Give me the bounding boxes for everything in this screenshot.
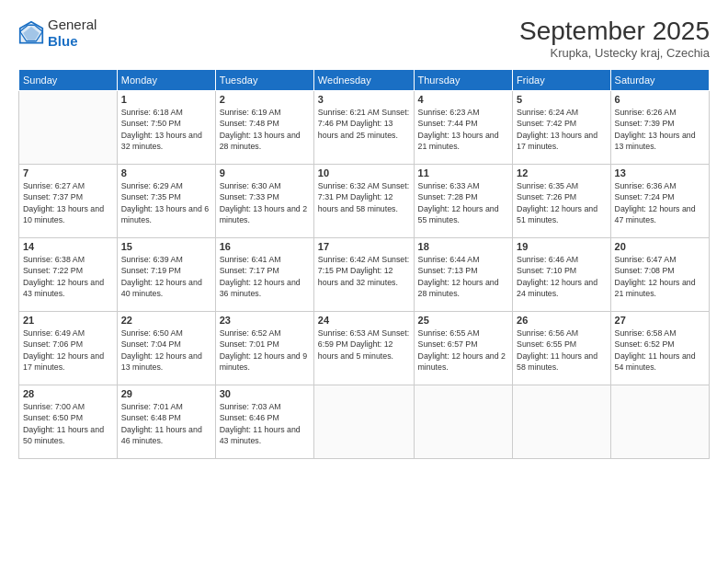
month-title: September 2025 xyxy=(519,17,710,46)
day-number: 25 xyxy=(418,315,509,326)
day-number: 7 xyxy=(23,167,113,178)
table-cell xyxy=(610,385,709,459)
day-number: 4 xyxy=(418,94,509,105)
week-row-4: 21Sunrise: 6:49 AM Sunset: 7:06 PM Dayli… xyxy=(19,312,710,385)
day-info: Sunrise: 6:36 AM Sunset: 7:24 PM Dayligh… xyxy=(615,180,705,225)
logo: General Blue xyxy=(18,17,97,50)
day-number: 17 xyxy=(318,241,410,252)
table-cell xyxy=(313,385,414,459)
day-info: Sunrise: 6:24 AM Sunset: 7:42 PM Dayligh… xyxy=(517,107,606,152)
day-info: Sunrise: 6:42 AM Sunset: 7:15 PM Dayligh… xyxy=(318,254,410,288)
table-cell: 21Sunrise: 6:49 AM Sunset: 7:06 PM Dayli… xyxy=(19,312,118,385)
table-cell: 3Sunrise: 6:21 AM Sunset: 7:46 PM Daylig… xyxy=(313,91,414,165)
table-cell: 26Sunrise: 6:56 AM Sunset: 6:55 PM Dayli… xyxy=(513,312,610,385)
day-number: 12 xyxy=(517,167,606,178)
day-number: 14 xyxy=(23,241,113,252)
day-number: 13 xyxy=(615,167,705,178)
day-number: 24 xyxy=(318,315,410,326)
day-info: Sunrise: 6:53 AM Sunset: 6:59 PM Dayligh… xyxy=(318,327,410,362)
header-thursday: Thursday xyxy=(414,70,513,91)
title-block: September 2025 Krupka, Ustecky kraj, Cze… xyxy=(519,17,710,60)
table-cell: 16Sunrise: 6:41 AM Sunset: 7:17 PM Dayli… xyxy=(215,238,313,312)
day-number: 8 xyxy=(121,167,211,178)
table-cell: 4Sunrise: 6:23 AM Sunset: 7:44 PM Daylig… xyxy=(414,91,513,165)
page: General Blue September 2025 Krupka, Uste… xyxy=(0,0,728,563)
header: General Blue September 2025 Krupka, Uste… xyxy=(18,17,710,60)
day-info: Sunrise: 6:21 AM Sunset: 7:46 PM Dayligh… xyxy=(318,107,410,141)
day-info: Sunrise: 6:47 AM Sunset: 7:08 PM Dayligh… xyxy=(615,254,705,299)
header-tuesday: Tuesday xyxy=(215,70,313,91)
day-number: 10 xyxy=(318,167,410,178)
table-cell: 17Sunrise: 6:42 AM Sunset: 7:15 PM Dayli… xyxy=(313,238,414,312)
day-info: Sunrise: 6:35 AM Sunset: 7:26 PM Dayligh… xyxy=(517,180,606,225)
day-info: Sunrise: 6:26 AM Sunset: 7:39 PM Dayligh… xyxy=(615,107,705,152)
day-number: 6 xyxy=(615,94,705,105)
day-info: Sunrise: 6:44 AM Sunset: 7:13 PM Dayligh… xyxy=(418,254,509,299)
day-number: 30 xyxy=(220,388,310,399)
logo-text: General Blue xyxy=(48,17,97,50)
calendar: Sunday Monday Tuesday Wednesday Thursday… xyxy=(18,69,710,459)
table-cell: 29Sunrise: 7:01 AM Sunset: 6:48 PM Dayli… xyxy=(117,385,215,459)
table-cell xyxy=(19,91,118,165)
day-number: 15 xyxy=(121,241,211,252)
day-number: 18 xyxy=(418,241,509,252)
day-info: Sunrise: 6:41 AM Sunset: 7:17 PM Dayligh… xyxy=(220,254,310,299)
day-info: Sunrise: 6:33 AM Sunset: 7:28 PM Dayligh… xyxy=(418,180,509,225)
day-info: Sunrise: 6:46 AM Sunset: 7:10 PM Dayligh… xyxy=(517,254,606,299)
header-monday: Monday xyxy=(117,70,215,91)
table-cell: 12Sunrise: 6:35 AM Sunset: 7:26 PM Dayli… xyxy=(513,165,610,238)
week-row-3: 14Sunrise: 6:38 AM Sunset: 7:22 PM Dayli… xyxy=(19,238,710,312)
day-number: 1 xyxy=(121,94,211,105)
week-row-1: 1Sunrise: 6:18 AM Sunset: 7:50 PM Daylig… xyxy=(19,91,710,165)
table-cell: 8Sunrise: 6:29 AM Sunset: 7:35 PM Daylig… xyxy=(117,165,215,238)
day-info: Sunrise: 6:30 AM Sunset: 7:33 PM Dayligh… xyxy=(220,180,310,225)
day-number: 26 xyxy=(517,315,606,326)
table-cell: 7Sunrise: 6:27 AM Sunset: 7:37 PM Daylig… xyxy=(19,165,118,238)
day-info: Sunrise: 7:01 AM Sunset: 6:48 PM Dayligh… xyxy=(121,401,211,446)
day-info: Sunrise: 6:56 AM Sunset: 6:55 PM Dayligh… xyxy=(517,327,606,373)
day-info: Sunrise: 6:18 AM Sunset: 7:50 PM Dayligh… xyxy=(121,107,211,152)
day-info: Sunrise: 7:03 AM Sunset: 6:46 PM Dayligh… xyxy=(220,401,310,446)
day-info: Sunrise: 6:23 AM Sunset: 7:44 PM Dayligh… xyxy=(418,107,509,152)
table-cell: 14Sunrise: 6:38 AM Sunset: 7:22 PM Dayli… xyxy=(19,238,118,312)
location: Krupka, Ustecky kraj, Czechia xyxy=(519,46,710,60)
day-info: Sunrise: 6:29 AM Sunset: 7:35 PM Dayligh… xyxy=(121,180,211,225)
week-row-2: 7Sunrise: 6:27 AM Sunset: 7:37 PM Daylig… xyxy=(19,165,710,238)
day-number: 27 xyxy=(615,315,705,326)
table-cell xyxy=(414,385,513,459)
table-cell: 11Sunrise: 6:33 AM Sunset: 7:28 PM Dayli… xyxy=(414,165,513,238)
table-cell: 15Sunrise: 6:39 AM Sunset: 7:19 PM Dayli… xyxy=(117,238,215,312)
day-info: Sunrise: 6:19 AM Sunset: 7:48 PM Dayligh… xyxy=(220,107,310,152)
logo-icon xyxy=(18,20,44,46)
table-cell: 10Sunrise: 6:32 AM Sunset: 7:31 PM Dayli… xyxy=(313,165,414,238)
calendar-header-row: Sunday Monday Tuesday Wednesday Thursday… xyxy=(19,70,710,91)
table-cell: 20Sunrise: 6:47 AM Sunset: 7:08 PM Dayli… xyxy=(610,238,709,312)
header-wednesday: Wednesday xyxy=(313,70,414,91)
day-number: 11 xyxy=(418,167,509,178)
day-number: 23 xyxy=(220,315,310,326)
table-cell: 30Sunrise: 7:03 AM Sunset: 6:46 PM Dayli… xyxy=(215,385,313,459)
day-info: Sunrise: 6:50 AM Sunset: 7:04 PM Dayligh… xyxy=(121,327,211,373)
table-cell: 25Sunrise: 6:55 AM Sunset: 6:57 PM Dayli… xyxy=(414,312,513,385)
day-number: 2 xyxy=(220,94,310,105)
table-cell: 28Sunrise: 7:00 AM Sunset: 6:50 PM Dayli… xyxy=(19,385,118,459)
day-number: 9 xyxy=(220,167,310,178)
table-cell: 23Sunrise: 6:52 AM Sunset: 7:01 PM Dayli… xyxy=(215,312,313,385)
header-sunday: Sunday xyxy=(19,70,118,91)
day-number: 21 xyxy=(23,315,113,326)
day-info: Sunrise: 6:38 AM Sunset: 7:22 PM Dayligh… xyxy=(23,254,113,299)
day-info: Sunrise: 6:32 AM Sunset: 7:31 PM Dayligh… xyxy=(318,180,410,214)
day-number: 20 xyxy=(615,241,705,252)
day-number: 22 xyxy=(121,315,211,326)
header-saturday: Saturday xyxy=(610,70,709,91)
day-info: Sunrise: 6:58 AM Sunset: 6:52 PM Dayligh… xyxy=(615,327,705,373)
table-cell: 9Sunrise: 6:30 AM Sunset: 7:33 PM Daylig… xyxy=(215,165,313,238)
table-cell: 24Sunrise: 6:53 AM Sunset: 6:59 PM Dayli… xyxy=(313,312,414,385)
day-number: 3 xyxy=(318,94,410,105)
week-row-5: 28Sunrise: 7:00 AM Sunset: 6:50 PM Dayli… xyxy=(19,385,710,459)
day-info: Sunrise: 6:49 AM Sunset: 7:06 PM Dayligh… xyxy=(23,327,113,373)
table-cell: 18Sunrise: 6:44 AM Sunset: 7:13 PM Dayli… xyxy=(414,238,513,312)
day-number: 28 xyxy=(23,388,113,399)
table-cell: 13Sunrise: 6:36 AM Sunset: 7:24 PM Dayli… xyxy=(610,165,709,238)
day-info: Sunrise: 6:55 AM Sunset: 6:57 PM Dayligh… xyxy=(418,327,509,373)
